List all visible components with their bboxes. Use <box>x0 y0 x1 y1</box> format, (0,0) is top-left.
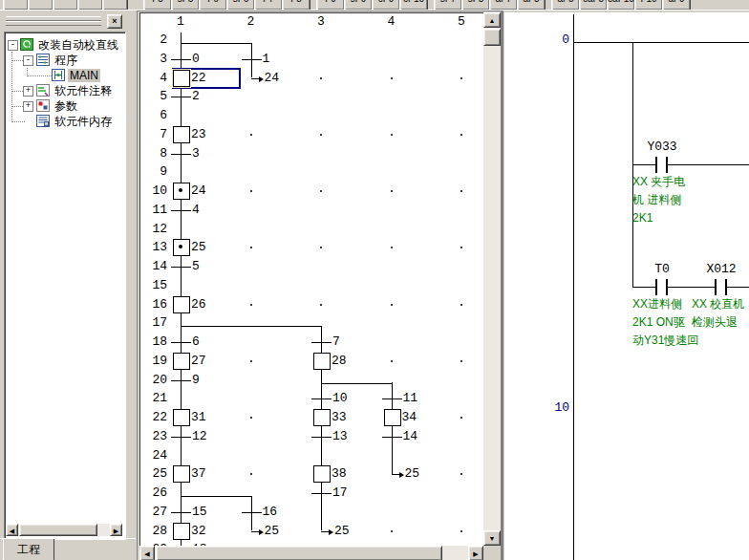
close-icon[interactable]: × <box>107 14 122 29</box>
sfc-transition-17[interactable] <box>311 493 332 494</box>
tree-item-label: 改装自动校直线 <box>36 38 120 52</box>
sfc-step-22[interactable] <box>173 70 190 87</box>
sfc-step-27[interactable] <box>173 353 190 370</box>
sfc-transition-7[interactable] <box>311 342 332 343</box>
parameter-icon <box>36 99 50 112</box>
sfc-jump-target[interactable]: 24 <box>265 71 280 85</box>
expand-icon[interactable]: + <box>23 86 33 97</box>
sfc-vscroll-thumb[interactable] <box>483 29 501 46</box>
sfc-transition-11[interactable] <box>382 398 402 399</box>
sfc-step-31[interactable] <box>173 409 190 426</box>
toolbar-fkey-caF10[interactable]: caF10 <box>607 0 635 10</box>
sfc-transition-2[interactable] <box>171 97 191 97</box>
sfc-step-37[interactable] <box>173 465 190 483</box>
sfc-diagram[interactable]: 1234523456789101112131415161718192021222… <box>139 12 483 547</box>
scroll-left-icon[interactable]: ◀ <box>139 546 155 560</box>
tree-item-MAIN[interactable]: MAIN <box>5 68 125 83</box>
toolbar-fkey-F8[interactable]: F8 <box>282 0 310 10</box>
sfc-jump-target[interactable]: 25 <box>265 524 280 538</box>
scroll-up-icon[interactable]: ▲ <box>483 12 501 28</box>
sfc-grid-dot <box>391 190 393 192</box>
sfc-step-38[interactable] <box>313 465 331 483</box>
sfc-transition-3[interactable] <box>171 154 191 155</box>
sfc-step-label: 23 <box>191 127 206 141</box>
sfc-transition-16[interactable] <box>242 512 262 513</box>
sfc-transition-6[interactable] <box>171 342 191 343</box>
toolbar-fkey-F9[interactable]: F9 <box>316 0 345 10</box>
toolbar-fkey-F10[interactable]: F10 <box>634 0 663 10</box>
tree-hscroll-thumb[interactable] <box>19 524 97 536</box>
ladder-wire <box>668 164 749 165</box>
sfc-step-28[interactable] <box>313 353 331 370</box>
scroll-right-icon[interactable]: ▶ <box>468 546 483 560</box>
sfc-jump-target[interactable]: 25 <box>334 524 350 538</box>
sfc-transition-0[interactable] <box>171 59 191 60</box>
sfc-grid-dot <box>460 304 462 306</box>
sfc-transition-5[interactable] <box>171 267 191 268</box>
toolbar-fkey-sF6[interactable]: sF6 <box>226 0 255 10</box>
sfc-hscroll-thumb[interactable] <box>156 546 442 560</box>
toolbar-button-5[interactable] <box>102 0 128 10</box>
sfc-row-number: 14 <box>146 259 167 273</box>
ladder-contact-X012[interactable]: X012 <box>697 262 745 276</box>
sfc-vscrollbar[interactable]: ▲ ▼ <box>483 12 501 546</box>
tab-project[interactable]: 工程 <box>3 539 54 560</box>
sfc-grid-dot <box>250 473 252 475</box>
toolbar-fkey-F6[interactable]: F6 <box>199 0 227 10</box>
sfc-transition-12[interactable] <box>171 437 191 438</box>
scroll-right-icon[interactable]: ▶ <box>110 524 122 536</box>
toolbar-button-3[interactable] <box>53 0 78 10</box>
sfc-step-label: 25 <box>191 240 206 254</box>
toolbar-button-4[interactable] <box>77 0 103 10</box>
scroll-left-icon[interactable]: ◀ <box>6 524 18 536</box>
tree-item-4[interactable]: +参数 <box>5 98 125 114</box>
sfc-transition-15[interactable] <box>171 512 191 513</box>
sfc-transition-10[interactable] <box>311 398 332 399</box>
toolbar-fkey-aF9[interactable]: aF9 <box>662 0 691 10</box>
tree-hscrollbar[interactable]: ◀ ▶ <box>6 524 122 536</box>
sfc-transition-4[interactable] <box>171 210 191 211</box>
sfc-row-number: 18 <box>146 334 167 349</box>
sfc-step-33[interactable] <box>313 409 331 426</box>
scroll-down-icon[interactable]: ▼ <box>483 530 501 546</box>
toolbar-fkey-cF9[interactable]: cF9 <box>372 0 400 10</box>
toolbar-fkey-F7[interactable]: F7 <box>254 0 283 10</box>
sfc-hscrollbar[interactable]: ◀ ▶ <box>139 546 483 560</box>
toolbar-fkey-aF8[interactable]: aF8 <box>517 0 546 10</box>
collapse-icon[interactable]: - <box>8 40 18 51</box>
sfc-transition-9[interactable] <box>171 380 191 381</box>
toolbar-fkey-cF10[interactable]: cF10 <box>399 0 428 10</box>
toolbar-fkey-aF7[interactable]: aF7 <box>489 0 518 10</box>
sfc-transition-1[interactable] <box>242 59 262 60</box>
collapse-icon[interactable]: - <box>23 55 33 66</box>
sfc-jump-target[interactable]: 25 <box>405 466 420 481</box>
tree-item-1[interactable]: -程序 <box>5 53 125 68</box>
toolbar-fkey-sF5[interactable]: sF5 <box>171 0 200 10</box>
sfc-transition-13[interactable] <box>311 437 332 438</box>
sfc-transition-14[interactable] <box>382 437 402 438</box>
dock-grip2[interactable] <box>6 21 101 26</box>
toolbar-fkey-sF7[interactable]: sF7 <box>434 0 462 10</box>
tree-item-0[interactable]: -改装自动校直线 <box>5 37 125 53</box>
tree-item-5[interactable]: 软元件内存 <box>5 114 125 129</box>
ladder-wire <box>668 287 715 288</box>
sfc-jump-arrow-icon <box>259 76 264 82</box>
expand-icon[interactable]: + <box>23 101 33 112</box>
sfc-step-23[interactable] <box>173 126 190 143</box>
toolbar-fkey-sF8[interactable]: sF8 <box>461 0 490 10</box>
sfc-step-32[interactable] <box>173 523 190 540</box>
toolbar-fkey-F5[interactable]: F5 <box>143 0 172 10</box>
sfc-step-34[interactable] <box>384 409 401 426</box>
ladder-contact-Y033[interactable]: Y033 <box>638 140 686 154</box>
sfc-row-number: 22 <box>146 410 167 424</box>
toolbar-button-2[interactable] <box>28 0 54 10</box>
toolbar-fkey-caF5[interactable]: caF5 <box>579 0 608 10</box>
window-splitter[interactable] <box>502 11 503 560</box>
toolbar-button-1[interactable] <box>3 0 29 10</box>
toolbar-fkey-aF5[interactable]: aF5 <box>551 0 580 10</box>
ladder-contact-T0[interactable]: T0 <box>638 262 686 276</box>
tree-item-3[interactable]: +软元件注释 <box>5 83 125 98</box>
sfc-step-26[interactable] <box>173 296 190 313</box>
ladder-diagram[interactable]: 010Y033XX 夹手电机 进料侧2K1T0XX进料侧2K1 ON驱动Y31慢… <box>504 12 749 560</box>
toolbar-fkey-sF9[interactable]: sF9 <box>344 0 373 10</box>
